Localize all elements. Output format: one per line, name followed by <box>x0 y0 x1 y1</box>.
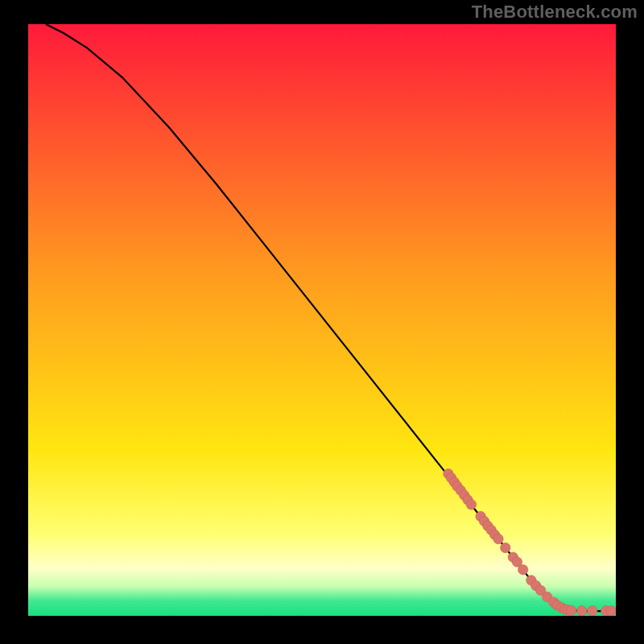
data-point <box>588 606 597 616</box>
data-point <box>577 606 587 616</box>
data-point <box>493 534 503 543</box>
gradient-background <box>28 24 616 616</box>
data-point <box>566 605 576 615</box>
chart-frame: TheBottleneck.com <box>0 0 644 644</box>
data-point <box>466 500 476 510</box>
data-point <box>518 565 528 575</box>
plot-area <box>28 24 616 616</box>
data-point <box>606 606 616 616</box>
chart-svg <box>28 24 616 616</box>
watermark-text: TheBottleneck.com <box>472 2 638 23</box>
data-point <box>501 543 510 552</box>
